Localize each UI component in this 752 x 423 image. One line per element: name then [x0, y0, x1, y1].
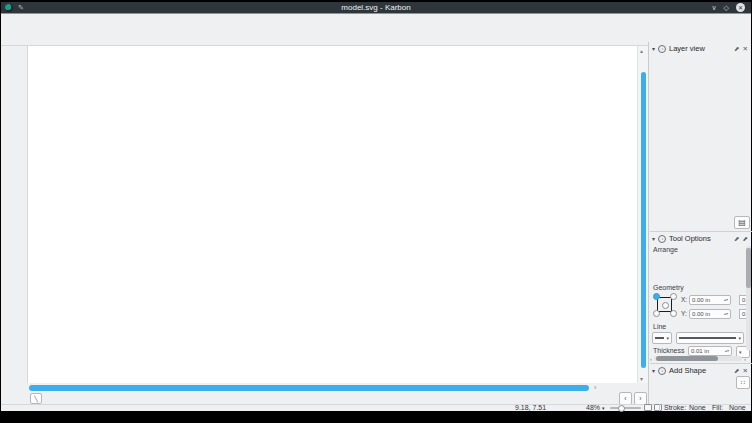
shape-collection-button[interactable]: ∷: [736, 376, 750, 389]
chevron-down-icon: ▾: [738, 335, 741, 341]
collapse-icon[interactable]: ▾: [652, 45, 655, 52]
spinner-arrows-icon[interactable]: ▴▾: [724, 312, 728, 316]
layer-docker-header: ▾ ◔ Layer view ⬈ ✕: [649, 42, 751, 55]
docker-icon: ◔: [658, 367, 666, 375]
screen: ✎ model.svg - Karbon ∨ ◇ ✕ ▴ ▾ ▾ ◔ Layer…: [0, 0, 752, 423]
color-palette: [44, 393, 616, 404]
chevron-down-icon: ▾: [666, 335, 669, 341]
tool-options-vscrollbar[interactable]: [746, 246, 751, 350]
dock-docker-icon[interactable]: ⬈: [743, 235, 748, 243]
scroll-up-icon[interactable]: ▴: [640, 47, 643, 54]
spinner-arrows-icon[interactable]: ▴▾: [724, 298, 728, 302]
close-button[interactable]: ✕: [736, 3, 745, 12]
fit-page-button[interactable]: [644, 404, 652, 411]
line-style-combo[interactable]: ▾: [676, 332, 744, 344]
minimize-button[interactable]: ∨: [711, 4, 716, 12]
chevron-down-icon: ▾: [602, 405, 605, 411]
canvas-hscrollbar[interactable]: ›: [29, 385, 605, 391]
anchor-center[interactable]: [662, 302, 669, 309]
anchor-position-widget[interactable]: [653, 293, 677, 317]
geometry-label: Geometry: [649, 284, 688, 291]
menubar: [1, 15, 751, 29]
tool-options-hscrollbar[interactable]: ‹ ›: [650, 355, 746, 362]
close-docker-icon[interactable]: ✕: [743, 367, 748, 375]
x-label: X:: [681, 296, 689, 303]
stroke-value[interactable]: None: [689, 404, 706, 411]
stroke-label: Stroke:: [664, 404, 686, 411]
layer-docker-title: Layer view: [669, 44, 705, 53]
scroll-left-icon[interactable]: ‹: [650, 356, 652, 362]
line-label: Line: [649, 323, 670, 330]
cursor-coordinates: 9.18, 7.51: [515, 404, 546, 411]
line-start-combo[interactable]: ▾: [652, 332, 672, 344]
scroll-right-icon[interactable]: ›: [744, 356, 746, 362]
layer-tree: [649, 55, 751, 56]
lowpoly-artwork: [28, 46, 637, 383]
y-position-input[interactable]: 0.00 in ▴▾: [689, 309, 731, 319]
y-label: Y:: [681, 310, 689, 317]
fit-selection-button[interactable]: [654, 404, 662, 411]
float-docker-icon[interactable]: ⬈: [734, 367, 739, 375]
anchor-bottomleft[interactable]: [653, 310, 660, 317]
collapse-icon[interactable]: ▾: [652, 367, 655, 374]
spinner-arrows-icon[interactable]: ▴▾: [725, 349, 729, 353]
add-shape-title: Add Shape: [669, 366, 706, 375]
float-docker-icon[interactable]: ⬈: [734, 235, 739, 243]
window-title: model.svg - Karbon: [1, 3, 751, 12]
main-toolbar: [1, 29, 751, 46]
canvas-vscrollbar[interactable]: ▴ ▾: [637, 46, 648, 383]
thickness-label: Thickness:: [649, 347, 685, 354]
toolbox: [1, 46, 28, 383]
hscroll-thumb[interactable]: [656, 356, 718, 361]
anchor-topright[interactable]: [670, 293, 677, 300]
x-position-input[interactable]: 0.00 in ▴▾: [689, 295, 731, 305]
collapse-icon[interactable]: ▾: [652, 235, 655, 242]
canvas[interactable]: [28, 46, 637, 383]
scroll-right-icon[interactable]: ›: [594, 384, 596, 391]
zoom-slider[interactable]: [610, 407, 641, 409]
float-docker-icon[interactable]: ⬈: [734, 45, 739, 53]
maximize-button[interactable]: ◇: [724, 4, 729, 12]
scroll-down-icon[interactable]: ▾: [640, 375, 643, 382]
zoom-value: 48%: [586, 404, 600, 411]
zoom-slider-handle[interactable]: [618, 405, 625, 412]
zoom-combo[interactable]: 48% ▾: [586, 404, 605, 411]
layer-viewmode-button[interactable]: ▤: [734, 216, 750, 229]
titlebar: ✎ model.svg - Karbon ∨ ◇ ✕: [1, 2, 751, 14]
hscroll-thumb[interactable]: [29, 385, 589, 391]
tool-options-title: Tool Options: [669, 234, 711, 243]
vscroll-thumb[interactable]: [641, 72, 646, 368]
fill-value[interactable]: None: [729, 404, 746, 411]
anchor-bottomright[interactable]: [670, 310, 677, 317]
arrange-label: Arrange: [649, 246, 682, 253]
fill-label: Fill:: [712, 404, 723, 411]
anchor-topleft[interactable]: [653, 293, 660, 300]
docker-icon: ◔: [658, 235, 666, 243]
close-docker-icon[interactable]: ✕: [743, 45, 748, 53]
tool-options-header: ▾ ◔ Tool Options ⬈ ⬈: [649, 232, 751, 245]
add-shape-header: ▾ ◔ Add Shape ⬈ ✕: [649, 364, 751, 377]
no-color-button[interactable]: ╲: [30, 393, 42, 404]
docker-icon: ◔: [658, 45, 666, 53]
